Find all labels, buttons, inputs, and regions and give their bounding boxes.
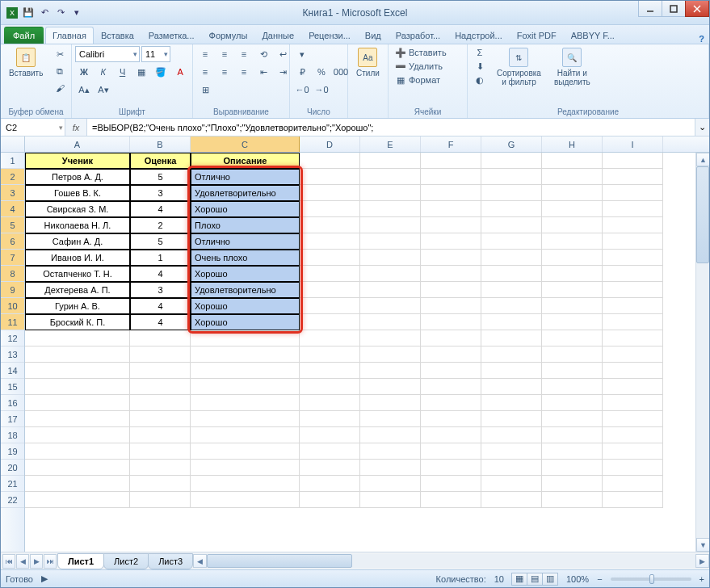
tab-abbyy-f-[interactable]: ABBYY F... — [564, 27, 622, 44]
cell-C8[interactable]: Хорошо — [191, 266, 300, 282]
row-header-15[interactable]: 15 — [1, 379, 24, 395]
cell-A6[interactable]: Сафин А. Д. — [25, 233, 130, 250]
format-painter-icon[interactable]: 🖌 — [51, 80, 69, 96]
cell-H22[interactable] — [542, 492, 603, 508]
cell-D13[interactable] — [300, 346, 360, 363]
cell-A21[interactable] — [25, 476, 130, 492]
cell-D10[interactable] — [300, 298, 360, 314]
row-header-16[interactable]: 16 — [1, 395, 24, 411]
align-right-icon[interactable]: ≡ — [235, 64, 253, 80]
formula-input[interactable]: =ВЫБОР(B2;"Очень плохо";"Плохо";"Удовлет… — [87, 119, 695, 136]
cell-B18[interactable] — [130, 427, 191, 443]
cell-F18[interactable] — [421, 427, 481, 443]
cell-G5[interactable] — [481, 217, 542, 233]
cell-A14[interactable] — [25, 363, 130, 379]
cell-A19[interactable] — [25, 443, 130, 460]
cell-B17[interactable] — [130, 411, 191, 427]
cell-E16[interactable] — [360, 395, 421, 411]
cell-E7[interactable] — [360, 250, 421, 266]
align-top-icon[interactable]: ≡ — [196, 46, 214, 62]
cell-D2[interactable] — [300, 169, 360, 185]
font-size-combo[interactable]: 11 — [141, 46, 170, 62]
cell-H15[interactable] — [542, 379, 603, 395]
cell-G8[interactable] — [481, 266, 542, 282]
close-button[interactable] — [685, 1, 709, 17]
cell-G11[interactable] — [481, 314, 542, 330]
border-button[interactable]: ▦ — [132, 64, 150, 80]
cell-A1[interactable]: Ученик — [25, 153, 130, 169]
cell-A15[interactable] — [25, 379, 130, 395]
sheet-tab-Лист2[interactable]: Лист2 — [103, 553, 149, 569]
minimize-button[interactable] — [638, 1, 662, 17]
cell-C21[interactable] — [191, 476, 300, 492]
row-header-18[interactable]: 18 — [1, 427, 24, 443]
row-header-7[interactable]: 7 — [1, 250, 24, 266]
col-header-C[interactable]: C — [191, 136, 300, 152]
increase-decimal-icon[interactable]: ←0 — [293, 82, 311, 98]
cell-C13[interactable] — [191, 346, 300, 363]
cell-G3[interactable] — [481, 185, 542, 201]
tab-формулы[interactable]: Формулы — [202, 27, 255, 44]
cell-D14[interactable] — [300, 363, 360, 379]
cell-A11[interactable]: Броский К. П. — [25, 314, 130, 330]
undo-icon[interactable]: ↶ — [38, 6, 51, 19]
tab-надстрой-[interactable]: Надстрой... — [447, 27, 510, 44]
cell-B8[interactable]: 4 — [130, 266, 191, 282]
cell-D21[interactable] — [300, 476, 360, 492]
scroll-up-icon[interactable]: ▲ — [696, 153, 709, 166]
cell-F10[interactable] — [421, 298, 481, 314]
cell-E22[interactable] — [360, 492, 421, 508]
cell-H19[interactable] — [542, 443, 603, 460]
cell-I14[interactable] — [603, 363, 663, 379]
cell-A13[interactable] — [25, 346, 130, 363]
cell-C22[interactable] — [191, 492, 300, 508]
cell-I9[interactable] — [603, 282, 663, 298]
tab-данные[interactable]: Данные — [254, 27, 301, 44]
percent-icon[interactable]: % — [313, 64, 330, 80]
cell-I10[interactable] — [603, 298, 663, 314]
name-box[interactable]: C2 — [1, 119, 65, 136]
cell-H17[interactable] — [542, 411, 603, 427]
cell-I6[interactable] — [603, 233, 663, 250]
col-header-F[interactable]: F — [421, 136, 481, 152]
cell-B14[interactable] — [130, 363, 191, 379]
cell-I2[interactable] — [603, 169, 663, 185]
bold-button[interactable]: Ж — [75, 64, 93, 80]
cell-I21[interactable] — [603, 476, 663, 492]
vertical-scrollbar[interactable]: ▲ ▼ — [695, 153, 709, 552]
cell-D16[interactable] — [300, 395, 360, 411]
underline-button[interactable]: Ч — [114, 64, 132, 80]
cell-D9[interactable] — [300, 282, 360, 298]
cell-C9[interactable]: Удовлетворительно — [191, 282, 300, 298]
cell-E13[interactable] — [360, 346, 421, 363]
cell-I11[interactable] — [603, 314, 663, 330]
col-header-D[interactable]: D — [300, 136, 360, 152]
cell-I8[interactable] — [603, 266, 663, 282]
insert-cells-button[interactable]: ➕Вставить — [392, 46, 450, 59]
cell-I18[interactable] — [603, 427, 663, 443]
cell-I4[interactable] — [603, 201, 663, 217]
cell-H11[interactable] — [542, 314, 603, 330]
tab-file[interactable]: Файл — [4, 27, 44, 44]
cell-F7[interactable] — [421, 250, 481, 266]
cell-B13[interactable] — [130, 346, 191, 363]
cell-B19[interactable] — [130, 443, 191, 460]
help-icon[interactable]: ? — [699, 34, 704, 44]
cell-A17[interactable] — [25, 411, 130, 427]
cell-E20[interactable] — [360, 460, 421, 476]
tab-разметка-[interactable]: Разметка... — [141, 27, 202, 44]
cell-B16[interactable] — [130, 395, 191, 411]
cell-D3[interactable] — [300, 185, 360, 201]
cell-H18[interactable] — [542, 427, 603, 443]
cell-B21[interactable] — [130, 476, 191, 492]
row-header-2[interactable]: 2 — [1, 169, 24, 185]
cell-A10[interactable]: Гурин А. В. — [25, 298, 130, 314]
cell-I7[interactable] — [603, 250, 663, 266]
cell-I16[interactable] — [603, 395, 663, 411]
cell-B4[interactable]: 4 — [130, 201, 191, 217]
cell-G20[interactable] — [481, 460, 542, 476]
row-header-10[interactable]: 10 — [1, 298, 24, 314]
cell-I15[interactable] — [603, 379, 663, 395]
cell-E19[interactable] — [360, 443, 421, 460]
cell-E6[interactable] — [360, 233, 421, 250]
